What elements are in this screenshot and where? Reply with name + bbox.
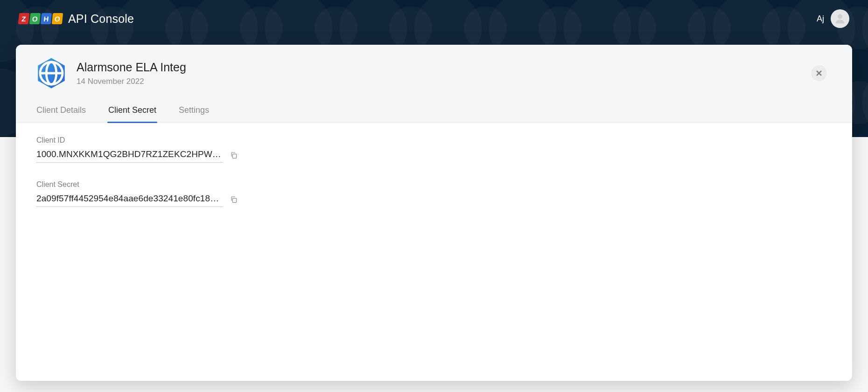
svg-point-0 (838, 14, 842, 19)
logo-tiles: Z O H O (19, 13, 63, 24)
client-id-label: Client ID (36, 136, 256, 144)
client-secret-field: Client Secret 2a09f57ff4452954e84aae6de3… (36, 180, 256, 207)
logo-letter-o2: O (52, 13, 63, 24)
client-secret-label: Client Secret (36, 180, 256, 189)
tab-client-details[interactable]: Client Details (36, 100, 86, 123)
logo[interactable]: Z O H O API Console (19, 12, 134, 26)
logo-letter-o: O (29, 13, 41, 24)
app-title: Alarmsone ELA Integ (77, 61, 801, 74)
brand-title: API Console (68, 12, 134, 26)
panel-header: Alarmsone ELA Integ 14 November 2022 Cli… (16, 45, 852, 123)
close-icon (816, 70, 822, 76)
app-date: 14 November 2022 (77, 77, 801, 86)
svg-rect-7 (232, 154, 236, 158)
logo-letter-h: H (41, 13, 52, 24)
svg-rect-8 (232, 198, 236, 202)
globe-icon (36, 57, 66, 89)
copy-client-id-button[interactable] (229, 150, 239, 160)
avatar[interactable] (831, 9, 849, 28)
user-icon (833, 12, 847, 25)
copy-client-secret-button[interactable] (229, 194, 239, 205)
logo-letter-z: Z (18, 13, 30, 24)
main-panel: Alarmsone ELA Integ 14 November 2022 Cli… (16, 45, 852, 381)
copy-icon (230, 151, 238, 159)
top-header: Z O H O API Console Aj (0, 0, 868, 37)
tab-settings[interactable]: Settings (179, 100, 209, 123)
close-button[interactable] (811, 65, 827, 81)
tab-client-secret[interactable]: Client Secret (108, 100, 156, 123)
client-id-value[interactable]: 1000.MNXKKM1QG2BHD7RZ1ZEKC2HPW… (36, 147, 223, 163)
copy-icon (230, 195, 238, 204)
tabs: Client Details Client Secret Settings (16, 100, 852, 123)
app-hex-icon (36, 57, 66, 89)
client-secret-value[interactable]: 2a09f57ff4452954e84aae6de33241e80fc189… (36, 192, 223, 207)
panel-body: Client ID 1000.MNXKKM1QG2BHD7RZ1ZEKC2HPW… (16, 123, 852, 381)
client-id-field: Client ID 1000.MNXKKM1QG2BHD7RZ1ZEKC2HPW… (36, 136, 256, 163)
user-initials: Aj (817, 14, 824, 24)
user-area[interactable]: Aj (817, 9, 849, 28)
